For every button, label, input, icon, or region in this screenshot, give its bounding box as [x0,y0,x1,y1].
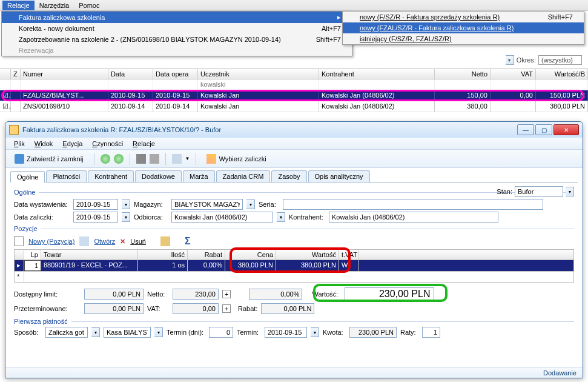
menu-relacje[interactable]: Relacje [2,1,35,10]
dropdown-icon[interactable]: ▾ [154,327,163,337]
menu-item-label: Rezerwacja [19,47,53,54]
submenu-nowy-fzal[interactable]: nowy (FZAL/SZ/R - Faktura zaliczkowa szk… [343,22,584,33]
save-close-button[interactable]: Zatwierdź i zamknij [10,152,88,166]
position-row-empty[interactable]: * [14,272,574,283]
dropdown-icon[interactable]: ▾ [277,212,285,222]
termin-dni-field[interactable] [209,327,233,338]
odbiorca-field[interactable] [171,212,273,223]
position-row[interactable]: ▸ 1 880901/19 - EXCEL - POZ... 1 os 0,00… [14,260,574,272]
attach-icon[interactable] [150,154,159,164]
select-advances-button[interactable]: Wybierz zaliczki [202,152,270,166]
col-dataop[interactable]: Data opera [153,69,198,79]
data-wystawienia-field[interactable] [73,199,118,210]
col-netto[interactable]: Netto [435,69,491,79]
tab-kontrahent[interactable]: Kontrahent [88,170,134,182]
menu-narzedzia[interactable]: Narzędzia [35,1,74,10]
cell-dataop: 2010-09-14 [153,101,198,112]
calendar-icon[interactable]: ▾ [122,212,130,222]
submenu-shortcut: Shift+F7 [548,13,573,21]
col-numer[interactable]: Numer [21,69,108,79]
filter-uczestnik[interactable]: kowalski [198,79,319,90]
col-z[interactable]: Z [11,69,21,79]
menu-faktura-zaliczkowa[interactable]: Faktura zaliczkowa szkolenia ▸ [2,12,352,23]
col-wartosc[interactable]: Wartość/B [536,69,588,79]
hcol-vat[interactable]: t.VAT [339,250,358,260]
tab-platnosci[interactable]: Płatności [46,170,87,182]
hcol-lp[interactable]: Lp [24,250,41,260]
kontrahent-field[interactable] [329,212,498,223]
menu-pomoc[interactable]: Pomoc [74,1,104,10]
cmenu-czynnosci[interactable]: Czynności [88,139,127,149]
tools-icon[interactable] [136,154,146,164]
calendar-icon[interactable]: ▾ [122,199,130,209]
col-check[interactable] [0,69,11,79]
tab-zasoby[interactable]: Zasoby [271,170,306,182]
cell-data: 2010-09-14 [108,101,153,112]
data-zaliczki-field[interactable] [73,212,118,223]
stan-label: Stan: [497,188,512,195]
dropdown-arrow-icon[interactable]: ▼ [185,156,190,161]
dropdown-icon[interactable]: ▾ [506,55,514,65]
calendar-icon[interactable]: ▾ [311,327,319,337]
hcol-cena[interactable]: Cena [225,250,276,260]
magazyn-field[interactable] [171,199,243,210]
hcol-wartosc[interactable]: Wartość [276,250,339,260]
maximize-button[interactable]: ▢ [535,124,552,135]
new-position-button[interactable]: Nowy (Pozycja) [28,238,74,245]
forward-icon[interactable] [114,154,124,164]
termin-field[interactable] [265,327,307,338]
okres-select[interactable]: (wszystko) [538,55,582,65]
plus-icon[interactable]: + [222,290,231,298]
cell-vat: 0,00 [491,90,536,101]
cmenu-widok[interactable]: Widok [31,139,57,149]
cmenu-plik[interactable]: Plik [10,139,28,149]
delete-position-button[interactable]: Usuń [130,238,146,245]
grid-body: ☑ FZAL/SZ/BIAŁYST... 2010-09-15 2010-09-… [0,90,588,112]
vat-label: VAT: [147,305,169,312]
sposob-field[interactable] [45,327,88,338]
tab-dodatkowe[interactable]: Dodatkowe [135,170,182,182]
hcol-towar[interactable]: Towar [41,250,138,260]
submenu-nowy-fszr[interactable]: nowy (F/SZ/R - Faktura sprzedaży szkolen… [343,12,584,22]
limit-value [84,289,144,300]
row-checkbox[interactable]: ☑ [0,90,11,101]
menu-item-label: Korekta - nowy dokument [19,25,94,32]
rabat-amt-value [261,303,314,314]
hcol-ilosc[interactable]: Ilość [138,250,188,260]
raty-field[interactable] [422,327,440,338]
window-titlebar[interactable]: Faktura zaliczkowa szkolenia R: FZAL/SZ/… [5,122,583,138]
menu-zapotrzebowanie[interactable]: Zapotrzebowanie na szkolenie 2 - (ZNS/00… [2,34,352,45]
minimize-button[interactable]: — [517,124,534,135]
open-position-button[interactable]: Otwórz [94,238,115,245]
tab-ogolne[interactable]: Ogólne [10,171,45,183]
col-data[interactable]: Data [108,69,153,79]
plus-icon[interactable]: + [222,304,231,313]
tab-zadania[interactable]: Zadania CRM [216,170,271,182]
netto-label: Netto: [147,290,169,298]
col-uczestnik[interactable]: Uczestnik [198,69,319,79]
tab-opis[interactable]: Opis analityczny [308,170,370,182]
cmenu-edycja[interactable]: Edycja [59,139,86,149]
tab-marza[interactable]: Marża [183,170,215,182]
sigma-icon[interactable]: Σ [185,236,191,247]
edit-icon[interactable] [160,236,170,246]
menu-korekta[interactable]: Korekta - nowy dokument Alt+F7 [2,23,352,34]
submenu-istniejacy[interactable]: istniejący (F/SZ/R, FZAL/SZ/R) [343,33,584,44]
cmenu-relacje[interactable]: Relacje [129,139,159,149]
dropdown-icon[interactable]: ▾ [566,187,574,196]
kasa-field[interactable] [104,327,151,338]
col-vat[interactable]: VAT [491,69,536,79]
seria-field[interactable] [283,199,543,210]
col-kontrahent[interactable]: Kontrahent [319,69,435,79]
dropdown-icon[interactable]: ▾ [91,327,100,337]
close-button[interactable]: ✕ [553,124,579,135]
back-icon[interactable] [101,154,110,164]
separator [94,153,94,165]
print-icon[interactable] [172,154,182,164]
table-row[interactable]: ☑ FZAL/SZ/BIAŁYST... 2010-09-15 2010-09-… [0,90,588,101]
dropdown-icon[interactable]: ▾ [246,199,255,209]
row-checkbox[interactable]: ☑ [0,101,11,112]
table-row[interactable]: ☑ ZNS/001698/10 2010-09-14 2010-09-14 Ko… [0,101,588,112]
hcol-rabat[interactable]: Rabat [188,250,225,260]
stan-field[interactable] [515,186,563,197]
